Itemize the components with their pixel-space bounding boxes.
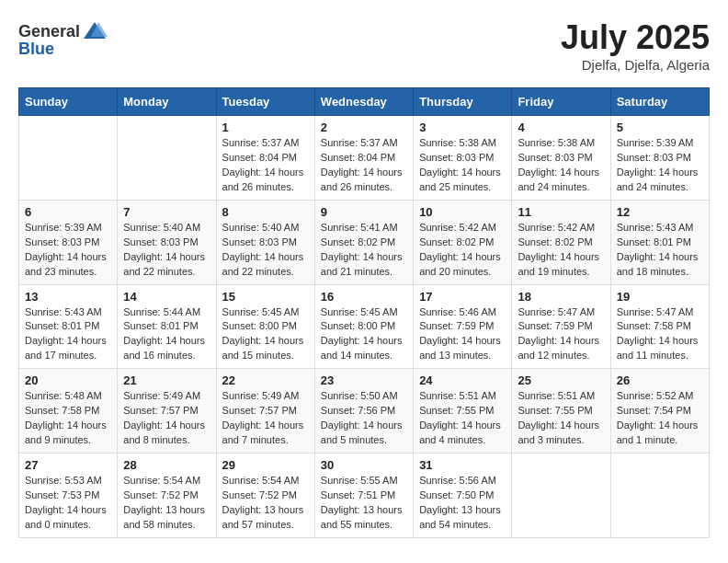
day-number: 11	[518, 205, 604, 219]
calendar-header-row: SundayMondayTuesdayWednesdayThursdayFrid…	[19, 88, 710, 116]
day-number: 20	[25, 373, 111, 387]
calendar-day-cell: 21Sunrise: 5:49 AM Sunset: 7:57 PM Dayli…	[118, 369, 216, 454]
calendar-day-cell: 13Sunrise: 5:43 AM Sunset: 8:01 PM Dayli…	[19, 284, 118, 369]
title-block: July 2025 Djelfa, Djelfa, Algeria	[561, 18, 710, 73]
calendar-day-cell: 14Sunrise: 5:44 AM Sunset: 8:01 PM Dayli…	[118, 284, 216, 369]
day-number: 27	[25, 458, 111, 472]
calendar-day-cell: 5Sunrise: 5:39 AM Sunset: 8:03 PM Daylig…	[610, 116, 709, 201]
day-number: 26	[617, 373, 703, 387]
logo-blue-text: Blue	[18, 40, 54, 57]
weekday-header: Friday	[512, 88, 610, 116]
page-header: General Blue July 2025 Djelfa, Djelfa, A…	[18, 18, 710, 73]
calendar-day-cell: 3Sunrise: 5:38 AM Sunset: 8:03 PM Daylig…	[414, 116, 512, 201]
day-number: 18	[518, 290, 604, 304]
day-info: Sunrise: 5:46 AM Sunset: 7:59 PM Dayligh…	[419, 305, 506, 364]
weekday-header: Tuesday	[216, 88, 314, 116]
day-number: 19	[617, 290, 703, 304]
logo-icon	[82, 18, 108, 44]
calendar-day-cell: 6Sunrise: 5:39 AM Sunset: 8:03 PM Daylig…	[19, 200, 118, 284]
day-number: 6	[25, 205, 111, 219]
day-info: Sunrise: 5:42 AM Sunset: 8:02 PM Dayligh…	[518, 221, 604, 280]
day-info: Sunrise: 5:52 AM Sunset: 7:54 PM Dayligh…	[617, 389, 703, 448]
day-info: Sunrise: 5:39 AM Sunset: 8:03 PM Dayligh…	[617, 136, 703, 195]
day-number: 14	[123, 290, 210, 304]
calendar-day-cell: 10Sunrise: 5:42 AM Sunset: 8:02 PM Dayli…	[414, 200, 512, 284]
day-info: Sunrise: 5:39 AM Sunset: 8:03 PM Dayligh…	[25, 221, 111, 280]
calendar-day-cell	[118, 116, 216, 201]
calendar-day-cell: 18Sunrise: 5:47 AM Sunset: 7:59 PM Dayli…	[512, 284, 610, 369]
day-info: Sunrise: 5:49 AM Sunset: 7:57 PM Dayligh…	[222, 389, 309, 448]
day-info: Sunrise: 5:38 AM Sunset: 8:03 PM Dayligh…	[518, 136, 604, 195]
day-info: Sunrise: 5:42 AM Sunset: 8:02 PM Dayligh…	[419, 221, 506, 280]
calendar-day-cell: 4Sunrise: 5:38 AM Sunset: 8:03 PM Daylig…	[512, 116, 610, 201]
day-number: 31	[419, 458, 506, 472]
day-number: 12	[617, 205, 703, 219]
day-info: Sunrise: 5:49 AM Sunset: 7:57 PM Dayligh…	[123, 389, 210, 448]
calendar-title: July 2025	[561, 18, 710, 57]
day-number: 5	[617, 121, 703, 134]
weekday-header: Thursday	[414, 88, 512, 116]
weekday-header: Saturday	[610, 88, 709, 116]
day-info: Sunrise: 5:54 AM Sunset: 7:52 PM Dayligh…	[222, 474, 309, 533]
calendar-day-cell: 25Sunrise: 5:51 AM Sunset: 7:55 PM Dayli…	[512, 369, 610, 454]
day-info: Sunrise: 5:48 AM Sunset: 7:58 PM Dayligh…	[25, 389, 111, 448]
calendar-day-cell: 12Sunrise: 5:43 AM Sunset: 8:01 PM Dayli…	[610, 200, 709, 284]
calendar-day-cell: 16Sunrise: 5:45 AM Sunset: 8:00 PM Dayli…	[314, 284, 413, 369]
day-number: 21	[123, 373, 210, 387]
calendar-week-row: 27Sunrise: 5:53 AM Sunset: 7:53 PM Dayli…	[19, 454, 710, 538]
day-info: Sunrise: 5:40 AM Sunset: 8:03 PM Dayligh…	[222, 221, 309, 280]
calendar-location: Djelfa, Djelfa, Algeria	[561, 57, 710, 73]
calendar-day-cell: 20Sunrise: 5:48 AM Sunset: 7:58 PM Dayli…	[19, 369, 118, 454]
calendar-day-cell	[512, 454, 610, 538]
day-info: Sunrise: 5:54 AM Sunset: 7:52 PM Dayligh…	[123, 474, 210, 533]
day-info: Sunrise: 5:40 AM Sunset: 8:03 PM Dayligh…	[123, 221, 210, 280]
weekday-header: Sunday	[19, 88, 118, 116]
calendar-day-cell: 26Sunrise: 5:52 AM Sunset: 7:54 PM Dayli…	[610, 369, 709, 454]
calendar-week-row: 6Sunrise: 5:39 AM Sunset: 8:03 PM Daylig…	[19, 200, 710, 284]
calendar-table: SundayMondayTuesdayWednesdayThursdayFrid…	[18, 87, 710, 538]
day-info: Sunrise: 5:45 AM Sunset: 8:00 PM Dayligh…	[321, 305, 407, 364]
logo: General Blue	[18, 18, 108, 57]
day-info: Sunrise: 5:47 AM Sunset: 7:58 PM Dayligh…	[617, 305, 703, 364]
calendar-day-cell: 28Sunrise: 5:54 AM Sunset: 7:52 PM Dayli…	[118, 454, 216, 538]
day-info: Sunrise: 5:37 AM Sunset: 8:04 PM Dayligh…	[321, 136, 407, 195]
logo-general-text: General	[18, 23, 80, 40]
day-info: Sunrise: 5:50 AM Sunset: 7:56 PM Dayligh…	[321, 389, 407, 448]
calendar-day-cell: 8Sunrise: 5:40 AM Sunset: 8:03 PM Daylig…	[216, 200, 314, 284]
day-info: Sunrise: 5:51 AM Sunset: 7:55 PM Dayligh…	[419, 389, 506, 448]
calendar-day-cell: 29Sunrise: 5:54 AM Sunset: 7:52 PM Dayli…	[216, 454, 314, 538]
day-number: 13	[25, 290, 111, 304]
day-info: Sunrise: 5:45 AM Sunset: 8:00 PM Dayligh…	[222, 305, 309, 364]
day-number: 4	[518, 121, 604, 134]
day-info: Sunrise: 5:37 AM Sunset: 8:04 PM Dayligh…	[222, 136, 309, 195]
day-number: 3	[419, 121, 506, 134]
day-info: Sunrise: 5:41 AM Sunset: 8:02 PM Dayligh…	[321, 221, 407, 280]
day-number: 29	[222, 458, 309, 472]
weekday-header: Monday	[118, 88, 216, 116]
day-info: Sunrise: 5:44 AM Sunset: 8:01 PM Dayligh…	[123, 305, 210, 364]
calendar-day-cell: 22Sunrise: 5:49 AM Sunset: 7:57 PM Dayli…	[216, 369, 314, 454]
calendar-day-cell: 1Sunrise: 5:37 AM Sunset: 8:04 PM Daylig…	[216, 116, 314, 201]
day-info: Sunrise: 5:43 AM Sunset: 8:01 PM Dayligh…	[617, 221, 703, 280]
calendar-day-cell: 19Sunrise: 5:47 AM Sunset: 7:58 PM Dayli…	[610, 284, 709, 369]
calendar-day-cell: 31Sunrise: 5:56 AM Sunset: 7:50 PM Dayli…	[414, 454, 512, 538]
calendar-day-cell: 2Sunrise: 5:37 AM Sunset: 8:04 PM Daylig…	[314, 116, 413, 201]
calendar-day-cell: 17Sunrise: 5:46 AM Sunset: 7:59 PM Dayli…	[414, 284, 512, 369]
calendar-day-cell	[610, 454, 709, 538]
day-number: 30	[321, 458, 407, 472]
day-number: 10	[419, 205, 506, 219]
day-number: 22	[222, 373, 309, 387]
day-info: Sunrise: 5:56 AM Sunset: 7:50 PM Dayligh…	[419, 474, 506, 533]
calendar-day-cell: 7Sunrise: 5:40 AM Sunset: 8:03 PM Daylig…	[118, 200, 216, 284]
day-number: 7	[123, 205, 210, 219]
day-number: 24	[419, 373, 506, 387]
day-number: 1	[222, 121, 309, 134]
day-info: Sunrise: 5:53 AM Sunset: 7:53 PM Dayligh…	[25, 474, 111, 533]
calendar-day-cell: 15Sunrise: 5:45 AM Sunset: 8:00 PM Dayli…	[216, 284, 314, 369]
day-number: 9	[321, 205, 407, 219]
calendar-day-cell: 9Sunrise: 5:41 AM Sunset: 8:02 PM Daylig…	[314, 200, 413, 284]
weekday-header: Wednesday	[314, 88, 413, 116]
calendar-day-cell: 23Sunrise: 5:50 AM Sunset: 7:56 PM Dayli…	[314, 369, 413, 454]
calendar-day-cell: 30Sunrise: 5:55 AM Sunset: 7:51 PM Dayli…	[314, 454, 413, 538]
day-number: 8	[222, 205, 309, 219]
